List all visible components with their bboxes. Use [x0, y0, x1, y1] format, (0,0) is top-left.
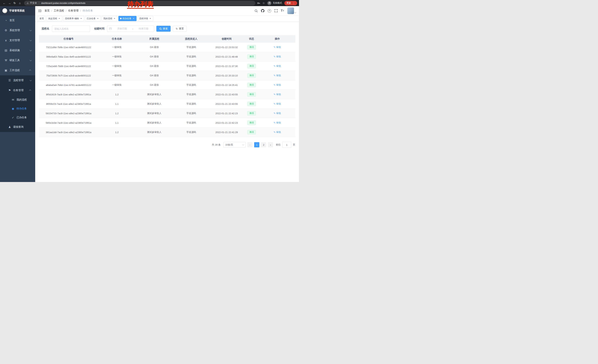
tab-close-icon[interactable]: × [80, 17, 83, 20]
tab-home[interactable]: 首页 [38, 16, 46, 21]
edit-icon: ✎ [274, 46, 275, 49]
approve-button[interactable]: ✎审批 [274, 65, 281, 68]
status-badge: 激活 [247, 64, 256, 68]
page-size-select[interactable]: 10条/页 [224, 142, 246, 147]
sidebar-item-workflow[interactable]: ▣工作流程 [0, 65, 35, 75]
approve-label: 审批 [276, 74, 281, 77]
tab-close-icon[interactable]: × [97, 17, 99, 20]
github-icon[interactable] [261, 9, 264, 12]
update-label: 更新 [286, 1, 291, 5]
sidebar-item-infra[interactable]: ▤基础设施 [0, 45, 35, 55]
filter-form: 流程名 创建时间 开始日期 - 结束日期 [42, 25, 295, 32]
tab-todo-tasks[interactable]: 待办任务× [118, 16, 137, 21]
chevron-down-icon [30, 29, 32, 31]
address-bar[interactable]: ⚠ 不安全 dashboard.yudao.iocoder.cn/bpm/tas… [24, 1, 255, 6]
sidebar-toggle-icon[interactable] [38, 9, 42, 12]
create-time-label: 创建时间 [94, 27, 105, 30]
breadcrumb-item[interactable]: 首页 [44, 9, 50, 12]
goto-page-input[interactable] [282, 142, 291, 148]
task-table: 任务编号任务名称所属流程流程发起人创建时间状态操作 73211d9d-7b9b-… [39, 35, 295, 137]
start-date-placeholder: 开始日期 [114, 27, 131, 30]
user-avatar[interactable] [287, 8, 296, 14]
page-1-button[interactable]: 1 [254, 142, 259, 147]
logo-image [2, 8, 7, 13]
prev-page-button[interactable]: ‹ [247, 142, 252, 147]
tab-close-icon[interactable]: × [149, 17, 151, 20]
tab-label: 已办任务 [87, 17, 96, 20]
range-separator: - [133, 27, 133, 30]
column-header: 操作 [259, 35, 295, 43]
warning-icon: ⚠ [27, 2, 29, 4]
next-page-button[interactable]: › [268, 142, 273, 147]
sidebar-item-home[interactable]: ◔首页 [0, 15, 35, 25]
search-button[interactable]: 搜索 [156, 26, 171, 32]
back-icon[interactable]: ← [2, 1, 7, 6]
fullscreen-icon[interactable] [274, 9, 277, 12]
update-button[interactable]: 更新 ⋮ [284, 1, 297, 5]
approve-button[interactable]: ✎审批 [274, 83, 281, 87]
breadcrumb-item[interactable]: 工作流程 [54, 9, 64, 12]
cell-created: 2022-01-22 21:37:30 [209, 61, 244, 71]
app-frame: 芋道管理系统 ◔首页⚙系统管理¥支付管理▤基础设施⚒研发工具▣工作流程☰流程管理… [0, 6, 299, 182]
sidebar-item-todo-tasks[interactable]: ◉待办任务 [0, 104, 35, 113]
refresh-icon[interactable]: ↻ [12, 1, 17, 6]
table-row: 069c6a63-7b8a-11ec-8ef0-acde48001122一级审批… [39, 52, 295, 61]
tab-close-icon[interactable]: × [113, 17, 116, 20]
home-icon[interactable]: ⌂ [17, 1, 22, 6]
approve-button[interactable]: ✎审批 [274, 121, 281, 124]
font-size-icon[interactable]: TT [281, 9, 284, 13]
sidebar-item-devtools[interactable]: ⚒研发工具 [0, 55, 35, 65]
cell-task-id: 725a1eb6-7b88-11ec-8ef0-acde48001122 [39, 61, 98, 71]
reset-button[interactable]: ↻ 重置 [173, 26, 187, 32]
cell-created: 2022-01-21 22:43:55 [209, 90, 244, 99]
tab-form-edit[interactable]: 流程表单-编辑× [63, 16, 84, 21]
app-logo[interactable]: 芋道管理系统 [0, 6, 35, 15]
approve-button[interactable]: ✎审批 [274, 93, 281, 96]
tab-my-process[interactable]: 我的流程× [102, 16, 117, 21]
browser-menu-icon[interactable]: ⋮ [292, 2, 295, 4]
help-icon[interactable]: ? [268, 9, 271, 13]
tab-close-icon[interactable]: × [132, 17, 135, 20]
approve-button[interactable]: ✎审批 [274, 130, 281, 134]
forward-icon[interactable]: → [7, 1, 12, 6]
cell-process: 测试多审批人 [136, 118, 173, 128]
tab-close-icon[interactable]: × [58, 17, 61, 20]
key-icon[interactable] [257, 2, 260, 5]
sidebar-item-payment[interactable]: ¥支付管理 [0, 35, 35, 45]
sidebar-item-leave-query[interactable]: ♟请假查询 [0, 122, 35, 132]
edit-icon: ✎ [274, 103, 275, 105]
approve-button[interactable]: ✎审批 [274, 102, 281, 105]
approve-button[interactable]: ✎审批 [274, 112, 281, 115]
search-icon[interactable] [255, 9, 258, 12]
breadcrumb-item[interactable]: 任务管理 [68, 9, 79, 12]
task-table-body: 73211d9d-7b9b-11ec-b5b7-acde48001122一级审批… [39, 43, 295, 137]
approve-button[interactable]: ✎审批 [274, 55, 281, 58]
cell-process: OA 请假 [136, 52, 173, 61]
sidebar-item-system[interactable]: ⚙系统管理 [0, 25, 35, 35]
bookmark-star-icon[interactable]: ☆ [263, 1, 265, 5]
edit-icon: ✎ [274, 112, 275, 115]
approve-button[interactable]: ✎审批 [274, 46, 281, 49]
incognito-indicator: 无痕模式 [267, 1, 282, 5]
incognito-icon [267, 1, 271, 5]
tab-done-tasks[interactable]: 已办任务× [85, 16, 101, 21]
date-range-picker[interactable]: 开始日期 - 结束日期 [107, 25, 154, 32]
status-badge: 激活 [247, 92, 256, 97]
process-name-input[interactable] [52, 25, 90, 32]
cell-process: 测试多审批人 [136, 99, 173, 109]
cell-created: 2022-01-21 22:43:55 [209, 99, 244, 109]
cell-task-id: 580e1b3d-7ac8-11ec-a9e2-a2380e71991a [39, 118, 98, 128]
sidebar-item-label: 首页 [9, 19, 35, 22]
sidebar-item-my-process[interactable]: ✉我的流程 [0, 95, 35, 104]
avatar-image [287, 8, 294, 14]
approve-button[interactable]: ✎审批 [274, 74, 281, 77]
sidebar-item-task-mgmt[interactable]: ⚑任务管理 [0, 85, 35, 95]
sidebar-item-process-mgmt[interactable]: ☰流程管理 [0, 75, 35, 85]
approve-label: 审批 [276, 55, 281, 58]
tab-process-detail[interactable]: 流程详情× [137, 16, 153, 21]
tab-start-process[interactable]: 发起流程× [47, 16, 62, 21]
security-label: 不安全 [30, 1, 37, 5]
page-2-button[interactable]: 2 [261, 142, 266, 147]
table-row: 73211d9d-7b9b-11ec-b5b7-acde48001122一级审批… [39, 43, 295, 52]
sidebar-item-done-tasks[interactable]: ✓已办任务 [0, 113, 35, 122]
